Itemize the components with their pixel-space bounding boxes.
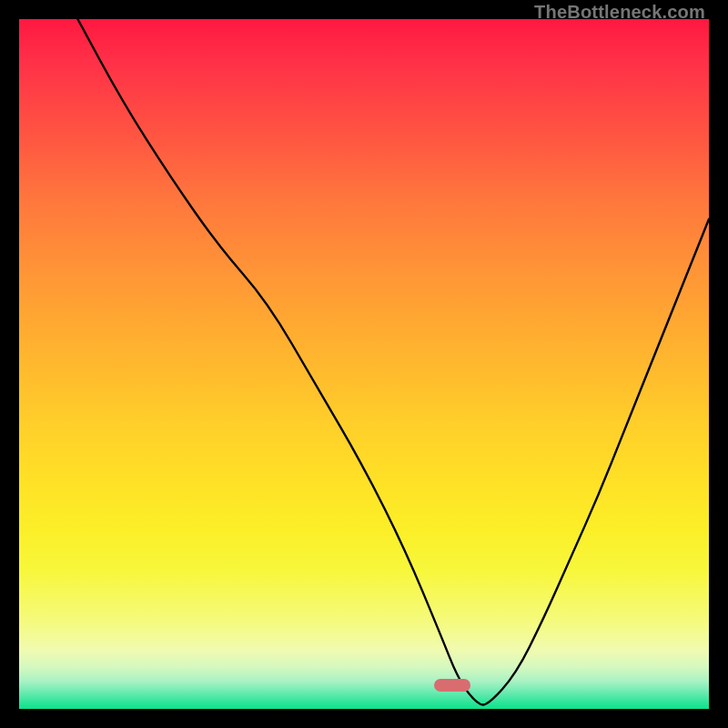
outer-frame: TheBottleneck.com <box>0 0 728 728</box>
bottleneck-curve <box>19 19 709 709</box>
optimum-marker <box>434 679 470 692</box>
watermark-text: TheBottleneck.com <box>534 2 705 23</box>
